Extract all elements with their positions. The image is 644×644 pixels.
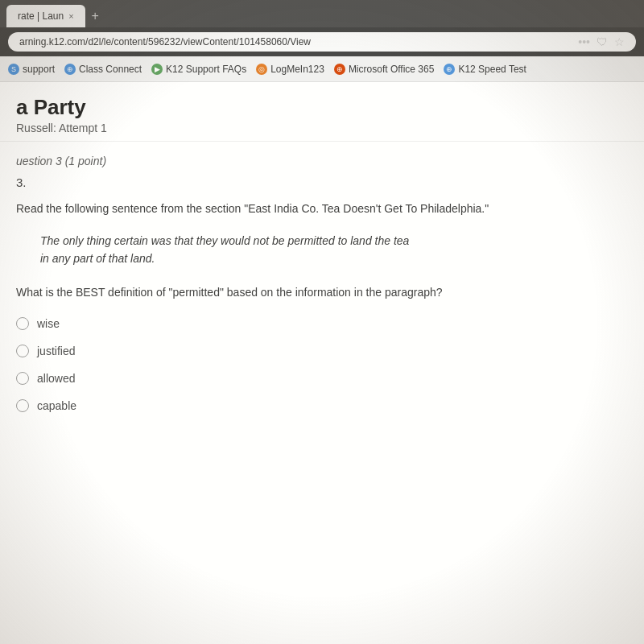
bookmark-k12-speed-label: K12 Speed Test [458, 64, 526, 75]
question-number: 3. [16, 175, 628, 189]
option-wise[interactable]: wise [16, 317, 628, 330]
tab-close-button[interactable]: × [68, 11, 73, 21]
radio-allowed[interactable] [16, 372, 29, 385]
bookmark-logmein[interactable]: ◎ LogMeIn123 [256, 64, 324, 75]
option-justified-label: justified [37, 345, 75, 357]
more-options-icon[interactable]: ••• [578, 35, 590, 48]
radio-justified[interactable] [16, 345, 29, 357]
radio-wise[interactable] [16, 317, 29, 330]
address-bar-row: arning.k12.com/d2l/le/content/596232/vie… [0, 27, 644, 56]
tab-bar: rate | Laun × + [0, 0, 644, 27]
question-container: uestion 3 (1 point) 3. Read the followin… [0, 142, 644, 440]
bookmark-class-connect[interactable]: ⊕ Class Connect [64, 64, 142, 75]
question-prompt: Read the following sentence from the sec… [16, 200, 628, 217]
quote-line-2: in any part of that land. [40, 252, 155, 265]
active-tab[interactable]: rate | Laun × [6, 5, 85, 27]
ms-office-icon: ⊕ [334, 64, 345, 75]
bookmark-support[interactable]: S support [8, 64, 55, 75]
page-title: a Party [16, 95, 628, 120]
browser-icons: ••• 🛡 ☆ [578, 35, 625, 48]
main-content: a Party Russell: Attempt 1 uestion 3 (1 … [0, 82, 644, 440]
k12-support-icon: ▶ [151, 64, 163, 75]
logmein-icon: ◎ [256, 64, 267, 75]
radio-capable[interactable] [16, 399, 29, 412]
page-subtitle: Russell: Attempt 1 [16, 122, 628, 134]
k12-speed-icon: ⊕ [444, 64, 455, 75]
option-allowed[interactable]: allowed [16, 372, 628, 385]
class-connect-icon: ⊕ [64, 64, 76, 75]
browser-chrome: rate | Laun × + arning.k12.com/d2l/le/co… [0, 0, 644, 82]
option-capable[interactable]: capable [16, 399, 628, 412]
new-tab-button[interactable]: + [85, 9, 105, 23]
bookmark-k12-label: K12 Support FAQs [166, 64, 246, 75]
bookmark-k12-support[interactable]: ▶ K12 Support FAQs [151, 64, 246, 75]
question-header: uestion 3 (1 point) [16, 155, 628, 167]
quote-block: The only thing certain was that they wou… [40, 227, 628, 273]
star-icon[interactable]: ☆ [614, 35, 625, 48]
bookmarks-bar: S support ⊕ Class Connect ▶ K12 Support … [0, 56, 644, 82]
support-icon: S [8, 64, 19, 75]
address-text: arning.k12.com/d2l/le/content/596232/vie… [19, 36, 311, 47]
bookmark-k12-speed[interactable]: ⊕ K12 Speed Test [444, 64, 526, 75]
bookmark-logmein-label: LogMeIn123 [270, 64, 324, 75]
option-justified[interactable]: justified [16, 345, 628, 357]
option-allowed-label: allowed [37, 372, 75, 385]
option-capable-label: capable [37, 399, 76, 412]
question-text: What is the BEST definition of "permitte… [16, 284, 628, 301]
address-bar[interactable]: arning.k12.com/d2l/le/content/596232/vie… [8, 32, 636, 52]
page-header: a Party Russell: Attempt 1 [0, 82, 644, 142]
options-list: wise justified allowed capable [16, 317, 628, 412]
bookmark-class-connect-label: Class Connect [79, 64, 142, 75]
shield-icon: 🛡 [597, 35, 608, 48]
quote-line-1: The only thing certain was that they wou… [40, 234, 409, 247]
option-wise-label: wise [37, 317, 60, 330]
tab-label: rate | Laun [18, 10, 64, 22]
bookmark-ms-office[interactable]: ⊕ Microsoft Office 365 [334, 64, 435, 75]
bookmark-ms-label: Microsoft Office 365 [349, 64, 435, 75]
bookmark-support-label: support [23, 64, 55, 75]
